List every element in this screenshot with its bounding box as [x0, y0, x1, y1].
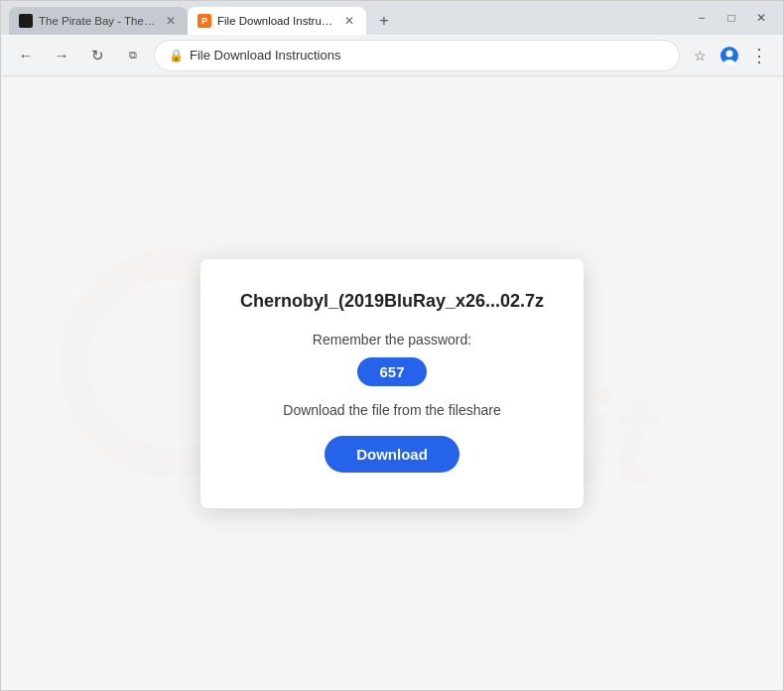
maximize-button[interactable]: □: [718, 7, 745, 29]
menu-button[interactable]: ⋮: [745, 42, 773, 69]
minimize-button[interactable]: −: [688, 7, 716, 29]
lock-icon: 🔒: [169, 49, 184, 63]
nav-right-icons: ☆ ⋮: [686, 42, 773, 69]
filename-text: Chernobyl_(2019BluRay_x26...02.7z: [240, 291, 544, 312]
remember-label: Remember the password:: [240, 332, 544, 347]
tab-pirate[interactable]: The Pirate Bay - The galaxy's m... ✕: [9, 7, 188, 35]
tab-filedownload-title: File Download Instructions for...: [217, 15, 336, 27]
browser-window: The Pirate Bay - The galaxy's m... ✕ P F…: [0, 0, 784, 691]
profile-button[interactable]: [716, 42, 743, 69]
title-bar: The Pirate Bay - The galaxy's m... ✕ P F…: [1, 1, 783, 35]
instruction-text: Download the file from the fileshare: [240, 402, 544, 418]
tab-pirate-title: The Pirate Bay - The galaxy's m...: [39, 15, 158, 27]
tab-pirate-close[interactable]: ✕: [164, 13, 178, 29]
tab-filedownload-favicon: P: [197, 14, 211, 28]
tab-pirate-favicon: [19, 14, 33, 28]
profile-icon: [720, 47, 738, 65]
back-button[interactable]: ←: [11, 41, 41, 70]
window-controls: − □ ✕: [688, 7, 775, 29]
bookmark-button[interactable]: ☆: [686, 42, 714, 69]
nav-bar: ← → ↻ ⧉ 🔒 File Download Instructions ☆ ⋮: [1, 35, 783, 76]
address-bar[interactable]: 🔒 File Download Instructions: [154, 40, 680, 71]
svg-point-1: [726, 50, 733, 57]
page-content: fish.clit Chernobyl_(2019BluRay_x26...02…: [1, 76, 783, 690]
password-badge: 657: [357, 357, 426, 386]
forward-button[interactable]: →: [47, 41, 76, 70]
tab-filedownload-close[interactable]: ✕: [342, 13, 356, 29]
tab-actions-button[interactable]: ⧉: [118, 41, 148, 70]
reload-button[interactable]: ↻: [82, 41, 112, 70]
tab-bar: The Pirate Bay - The galaxy's m... ✕ P F…: [9, 1, 676, 35]
address-text: File Download Instructions: [190, 48, 665, 63]
tab-filedownload[interactable]: P File Download Instructions for... ✕: [188, 7, 366, 35]
new-tab-button[interactable]: +: [370, 7, 398, 35]
modal-card: Chernobyl_(2019BluRay_x26...02.7z Rememb…: [200, 259, 584, 508]
close-button[interactable]: ✕: [747, 7, 775, 29]
download-button[interactable]: Download: [325, 436, 459, 473]
